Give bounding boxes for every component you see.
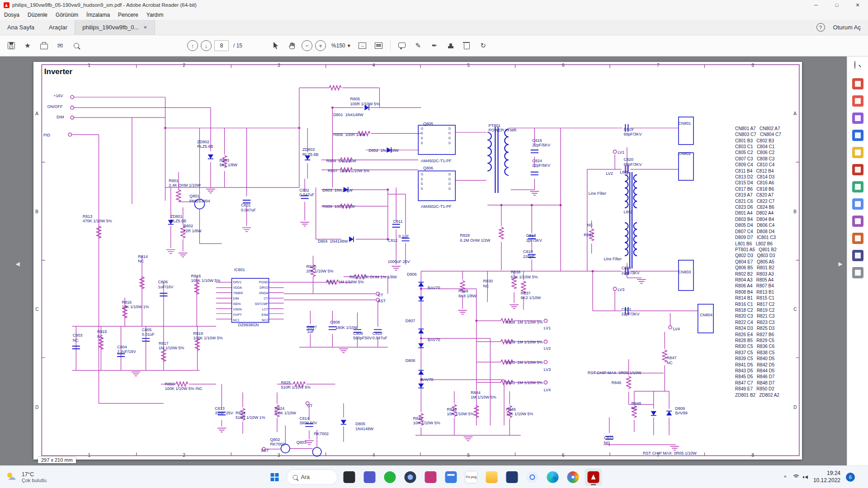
tab-home[interactable]: Ana Sayfa [0,20,42,35]
search-app-icon[interactable] [524,469,541,486]
menu-dosya[interactable]: Dosya [0,12,24,18]
component-label: LV2 [606,171,613,176]
network-icon[interactable] [792,474,799,480]
menu-imzalama[interactable]: İmzalama [82,12,114,18]
component-label: ZD803 RLZ5.6B [302,147,319,157]
component-label: BAV70 [428,286,440,290]
email-button[interactable]: ✉ [53,39,67,52]
component-label: R823 510R 1/10W 1% [236,411,265,420]
toolbar: ★ ✉ ↑ ↓ / 15 − + %150 ▾ ↔ ✎ ✒ ↻ [0,35,868,56]
component-label: DIM [57,115,64,119]
component-label: R836 62K 1/10W 5% [511,270,538,279]
help-icon[interactable]: ? [816,23,825,32]
notification-badge[interactable]: 6 [846,473,855,482]
menu-gorunum[interactable]: Görünüm [52,12,82,18]
protect-pdf-icon[interactable] [852,250,863,261]
component-label: D D D D [448,172,451,192]
widgets-icon[interactable] [443,469,460,486]
component-label: R806 100R 1/8W [333,132,366,137]
volume-icon[interactable] [805,474,808,480]
maximize-button[interactable]: □ [826,0,847,10]
sign-button[interactable]: ✒ [428,39,441,52]
save-button[interactable] [5,39,18,52]
fixprog-icon[interactable]: Fix prog [463,469,480,486]
tab-document[interactable]: philips_190vw9fb_0... ✕ [75,20,155,35]
export-pdf-icon[interactable] [852,78,863,89]
comment-tool-icon[interactable] [852,147,863,158]
stamp-button[interactable] [444,39,458,52]
component-label: R801 2.4K OHM 1/10W [169,178,201,188]
acrobat-taskbar-icon[interactable] [585,469,602,486]
component-label: Q801 PMBS3904 [189,194,210,203]
menu-pencere[interactable]: Pencere [114,12,142,18]
cursor-icon [273,42,279,49]
component-label: R830 NC [483,279,493,288]
compress-pdf-icon[interactable] [852,198,863,210]
zoom-in-button[interactable]: + [315,40,326,51]
component-label: C813 33NF 25V [215,406,233,416]
panel-search-button[interactable] [852,61,863,72]
create-pdf-icon[interactable] [852,95,863,107]
component-label: R813 470K 1/10W 5% [83,214,112,224]
request-signatures-icon[interactable] [852,130,863,141]
combine-files-icon[interactable] [852,164,863,175]
print-button[interactable] [37,39,51,52]
previous-page-button[interactable]: ↑ [187,40,198,51]
sign-in-button[interactable]: Oturum Aç [833,24,861,31]
component-label: CT [378,293,383,297]
delete-button[interactable] [460,39,474,52]
fit-width-button[interactable]: ↔ [356,39,369,52]
page-number-input[interactable] [214,40,229,51]
highlight-button[interactable]: ✎ [411,39,425,52]
collapse-right-panel-button[interactable]: ▶ [836,257,844,271]
stamp-tool-icon[interactable] [852,233,863,244]
organize-pages-icon[interactable] [852,181,863,192]
component-label: C812 [388,238,398,243]
minimize-button[interactable]: ─ [806,0,826,10]
start-button[interactable] [266,469,283,486]
comment-button[interactable] [395,39,409,52]
file-explorer-icon[interactable] [483,469,500,486]
component-label: R829 6K8 1/8W [458,289,476,298]
camera-app-icon[interactable] [402,469,419,486]
component-label: D806 [407,272,417,277]
component-label: C803 NC [73,333,83,343]
tab-close-icon[interactable]: ✕ [143,25,147,30]
app-dark-icon[interactable] [341,469,358,486]
chrome-icon[interactable] [565,469,582,486]
component-label: C809 560pF50V [353,331,372,341]
pdf-page[interactable]: Inverter 1122334455667788AABBCCDD +16VON… [33,62,802,460]
media-app-icon[interactable] [422,469,439,486]
undo-button[interactable]: ↻ [476,39,490,52]
fit-width-icon: ↔ [359,42,366,49]
tray-expand-icon[interactable]: ^ [784,474,787,481]
next-page-button[interactable]: ↓ [201,40,212,51]
whatsapp-icon[interactable] [382,469,399,486]
clock[interactable]: 19:24 10.12.2022 [813,470,840,484]
menu-duzenle[interactable]: Düzenle [24,12,52,18]
favorites-button[interactable]: ★ [21,39,34,52]
app-navy-icon[interactable] [504,469,521,486]
component-label: R815 NC [97,329,107,339]
zoom-out-button[interactable]: − [302,40,312,51]
weather-widget[interactable]: ☁ 17°C Çok bulutlu [0,471,53,483]
tab-tools[interactable]: Araçlar [42,20,75,35]
close-button[interactable]: ✕ [847,0,868,10]
more-tools-icon[interactable] [852,267,863,278]
component-label: ZD801 RLZ5.6B [170,214,187,224]
menu-yardim[interactable]: Yardım [142,12,168,18]
reading-mode-button[interactable] [372,39,386,52]
edit-pdf-icon[interactable] [852,113,863,124]
find-button[interactable] [70,39,83,52]
teams-chat-icon[interactable] [361,469,378,486]
collapse-left-panel-button[interactable]: ◀ [14,257,22,271]
document-viewport[interactable]: Inverter 1122334455667788AABBCCDD +16VON… [0,56,868,466]
edge-icon[interactable] [544,469,561,486]
select-tool-button[interactable] [269,39,283,52]
zoom-level-dropdown[interactable]: %150 ▾ [329,42,353,50]
component-label: +16V [53,94,63,98]
component-label: C806 1uF/16V [158,280,173,289]
taskbar-search[interactable]: Ara [287,469,338,485]
hand-tool-button[interactable] [285,39,299,52]
fill-sign-icon[interactable] [852,216,863,227]
